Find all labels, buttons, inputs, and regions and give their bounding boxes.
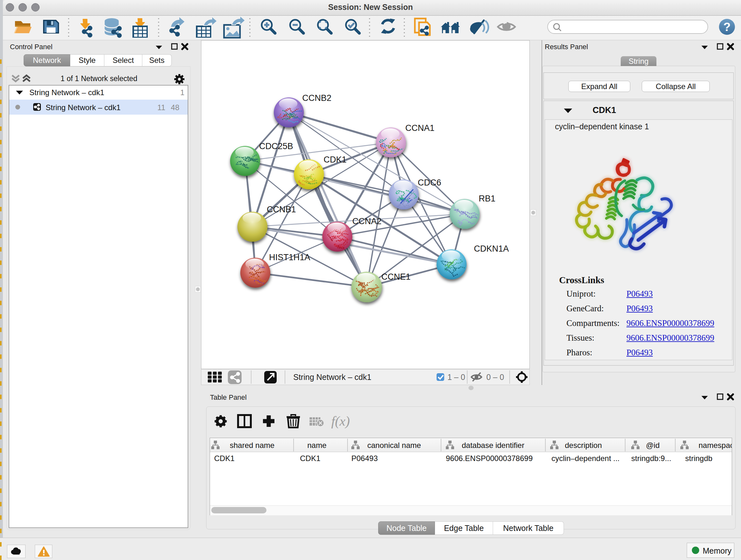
svg-text:0 – 0: 0 – 0: [486, 373, 504, 381]
svg-text:CCNB1: CCNB1: [267, 205, 296, 214]
svg-text:1 – 0: 1 – 0: [448, 373, 465, 381]
svg-text:f(x): f(x): [331, 414, 350, 429]
svg-text:description: description: [565, 441, 602, 449]
svg-text:canonical name: canonical name: [367, 441, 421, 449]
svg-text:HIST1H1A: HIST1H1A: [269, 253, 310, 262]
svg-text:CCNE1: CCNE1: [381, 272, 411, 282]
svg-text:CDKN1A: CDKN1A: [474, 244, 509, 253]
svg-text:@id: @id: [646, 441, 660, 449]
svg-text:CDC6: CDC6: [418, 178, 441, 187]
svg-text:shared name: shared name: [230, 441, 274, 449]
svg-text:CCNB2: CCNB2: [302, 93, 332, 103]
svg-text:String Network – cdk1: String Network – cdk1: [293, 373, 372, 381]
svg-text:namespace: namespace: [698, 441, 732, 449]
svg-text:?: ?: [724, 20, 731, 34]
svg-text:CCNA1: CCNA1: [405, 123, 434, 133]
svg-text:CDK1: CDK1: [324, 155, 347, 165]
svg-text:CDC25B: CDC25B: [259, 141, 293, 151]
svg-text:database identifier: database identifier: [462, 441, 524, 449]
svg-text:RB1: RB1: [479, 194, 495, 203]
svg-text:CCNA2: CCNA2: [352, 216, 382, 226]
svg-text:name: name: [307, 441, 327, 449]
